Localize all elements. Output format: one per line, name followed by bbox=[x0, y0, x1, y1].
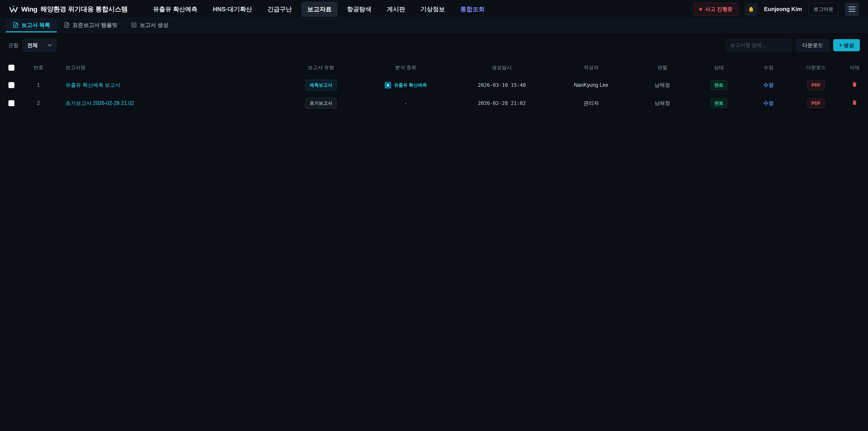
logo-icon bbox=[9, 5, 18, 14]
report-type-cell: 예측보고서 bbox=[285, 80, 357, 90]
edit-cell: 수정 bbox=[746, 82, 791, 89]
delete-cell bbox=[841, 99, 868, 107]
trash-icon bbox=[851, 81, 858, 88]
table-row: 1 유출유 확산예측 보고서 예측보고서 유출유 확산예측 2026-03-10… bbox=[0, 76, 868, 94]
nav-item-reports[interactable]: 보고자료 bbox=[301, 2, 338, 17]
report-list-icon bbox=[13, 22, 19, 28]
report-name-cell: 초기보고서 2026-02-28 21:02 bbox=[54, 100, 285, 107]
incident-dot-icon bbox=[699, 8, 702, 11]
hamburger-menu-button[interactable] bbox=[845, 3, 859, 16]
jurisdiction-select-value: 전체 bbox=[27, 42, 38, 49]
logo-text: Wing bbox=[21, 5, 37, 13]
author: NanKyung Lee bbox=[549, 82, 633, 88]
pdf-download-button[interactable]: PDF bbox=[807, 80, 825, 90]
bell-icon bbox=[748, 6, 754, 13]
status-cell: 완료 bbox=[692, 80, 746, 90]
report-type-cell: 초기보고서 bbox=[285, 98, 357, 109]
row-checkbox[interactable] bbox=[8, 82, 14, 88]
report-type-badge: 예측보고서 bbox=[305, 80, 337, 90]
logout-button[interactable]: 로그아웃 bbox=[808, 3, 839, 16]
analysis-type-cell: - bbox=[357, 100, 454, 106]
trash-icon bbox=[851, 99, 858, 105]
created-at: 2026-02-28 21:02 bbox=[454, 100, 549, 106]
report-name-link[interactable]: 초기보고서 2026-02-28 21:02 bbox=[66, 100, 134, 106]
col-header-author: 작성자 bbox=[549, 61, 633, 75]
user-name: Eunjeong Kim bbox=[764, 6, 802, 12]
col-header-no: 번호 bbox=[23, 61, 54, 75]
report-type-badge: 초기보고서 bbox=[305, 98, 337, 109]
hamburger-icon bbox=[848, 6, 855, 7]
nav-item-hns[interactable]: HNS·대기확산 bbox=[207, 2, 258, 17]
nav-item-rescue[interactable]: 긴급구난 bbox=[261, 2, 298, 17]
report-template-icon bbox=[64, 22, 70, 28]
author: 관리자 bbox=[549, 100, 633, 107]
app-title: 해양환경 위기대응 통합시스템 bbox=[40, 5, 128, 14]
select-all-checkbox[interactable] bbox=[8, 65, 14, 71]
delete-button[interactable] bbox=[851, 99, 858, 105]
download-cell: PDF bbox=[791, 98, 841, 108]
nav-item-oil-spill[interactable]: 유출유 확산예측 bbox=[147, 2, 204, 17]
nav-item-weather[interactable]: 기상정보 bbox=[414, 2, 451, 17]
brand[interactable]: Wing 해양환경 위기대응 통합시스템 bbox=[9, 5, 128, 14]
table-header-row: 번호 보고서명 보고서 유형 분석 종류 생성일시 작성자 관할 상태 수정 다… bbox=[0, 58, 868, 76]
download-button[interactable]: 다운로드 bbox=[796, 39, 829, 51]
notifications-button[interactable] bbox=[745, 3, 758, 16]
report-search-input[interactable] bbox=[726, 39, 792, 51]
incident-status-label: 사고 진행중 bbox=[705, 6, 733, 13]
col-header-edit: 수정 bbox=[746, 61, 791, 75]
created-at: 2026-03-10 15:40 bbox=[454, 82, 549, 88]
filter-bar: 관할 전체 다운로드 + 생성 bbox=[8, 39, 860, 52]
nav-item-aerial-search[interactable]: 항공탐색 bbox=[341, 2, 377, 17]
status-badge: 완료 bbox=[710, 98, 727, 108]
status-badge: 완료 bbox=[710, 80, 727, 90]
col-header-created: 생성일시 bbox=[454, 61, 549, 75]
col-header-delete: 삭제 bbox=[841, 61, 868, 75]
tab-report-list-label: 보고서 목록 bbox=[22, 22, 50, 29]
analysis-type-label: 유출유 확산예측 bbox=[394, 82, 427, 88]
row-checkbox-cell bbox=[0, 100, 23, 106]
delete-button[interactable] bbox=[851, 81, 858, 88]
analysis-type-cell: 유출유 확산예측 bbox=[357, 82, 454, 89]
delete-cell bbox=[841, 81, 868, 89]
col-header-download: 다운로드 bbox=[791, 61, 841, 75]
edit-cell: 수정 bbox=[746, 100, 791, 107]
nav-right: 사고 진행중 Eunjeong Kim 로그아웃 bbox=[693, 3, 859, 16]
col-header-name: 보고서명 bbox=[54, 61, 285, 75]
table-row: 2 초기보고서 2026-02-28 21:02 초기보고서 - 2026-02… bbox=[0, 94, 868, 112]
tab-report-list[interactable]: 보고서 목록 bbox=[6, 19, 57, 32]
row-no: 1 bbox=[23, 82, 54, 88]
row-checkbox-cell bbox=[0, 82, 23, 88]
report-name-cell: 유출유 확산예측 보고서 bbox=[54, 82, 285, 89]
chevron-down-icon bbox=[47, 42, 53, 48]
report-tabbar: 보고서 목록 표준보고서 템플릿 보고서 생성 bbox=[0, 19, 868, 33]
jurisdiction: 남해청 bbox=[633, 82, 692, 89]
jurisdiction-label: 관할 bbox=[8, 42, 19, 49]
report-create-icon bbox=[131, 22, 137, 28]
status-cell: 완료 bbox=[692, 98, 746, 108]
select-all-cell bbox=[0, 61, 23, 75]
main-nav: 유출유 확산예측 HNS·대기확산 긴급구난 보고자료 항공탐색 게시판 기상정… bbox=[147, 2, 491, 17]
download-cell: PDF bbox=[791, 80, 841, 90]
jurisdiction: 남해청 bbox=[633, 100, 692, 107]
oil-droplet-icon bbox=[384, 82, 391, 89]
incident-status-badge: 사고 진행중 bbox=[693, 3, 738, 16]
top-nav: Wing 해양환경 위기대응 통합시스템 유출유 확산예측 HNS·대기확산 긴… bbox=[0, 0, 868, 19]
tab-report-create-label: 보고서 생성 bbox=[140, 22, 168, 29]
report-name-link[interactable]: 유출유 확산예측 보고서 bbox=[66, 82, 121, 88]
tab-report-create[interactable]: 보고서 생성 bbox=[124, 19, 175, 32]
edit-link[interactable]: 수정 bbox=[763, 82, 774, 88]
tab-report-template-label: 표준보고서 템플릿 bbox=[72, 22, 118, 29]
create-report-button[interactable]: + 생성 bbox=[833, 39, 860, 51]
report-table: 번호 보고서명 보고서 유형 분석 종류 생성일시 작성자 관할 상태 수정 다… bbox=[0, 58, 868, 112]
col-header-status: 상태 bbox=[692, 61, 746, 75]
row-checkbox[interactable] bbox=[8, 100, 14, 106]
col-header-analysis: 분석 종류 bbox=[357, 61, 454, 75]
tab-report-template[interactable]: 표준보고서 템플릿 bbox=[57, 19, 124, 32]
jurisdiction-select[interactable]: 전체 bbox=[23, 39, 57, 52]
pdf-download-button[interactable]: PDF bbox=[807, 98, 825, 108]
edit-link[interactable]: 수정 bbox=[763, 100, 774, 106]
col-header-type: 보고서 유형 bbox=[285, 61, 357, 75]
nav-item-board[interactable]: 게시판 bbox=[381, 2, 411, 17]
row-no: 2 bbox=[23, 100, 54, 106]
nav-item-integrated-search[interactable]: 통합조회 bbox=[454, 2, 491, 17]
